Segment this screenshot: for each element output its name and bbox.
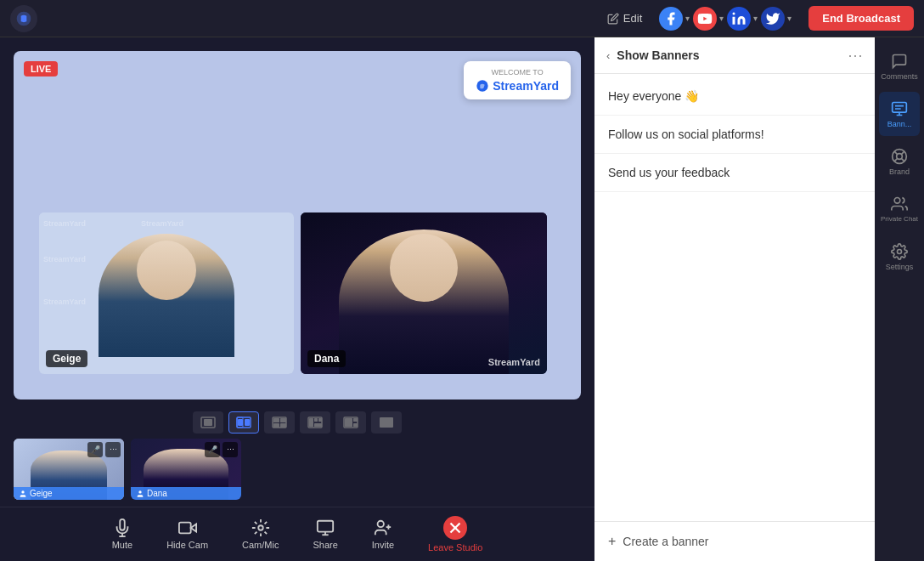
left-panel: LIVE WELCOME TO StreamYard StreamYard St… <box>0 37 594 561</box>
thumb-dana[interactable]: 🎤 ⋯ Dana <box>131 439 241 500</box>
svg-line-47 <box>894 158 898 162</box>
svg-point-27 <box>138 490 141 493</box>
sidebar-icon-banners[interactable]: Bann... <box>879 92 920 136</box>
banner-panel: ‹ Show Banners ⋯ Hey everyone 👋 Follow u… <box>594 37 875 561</box>
avatar-linkedin[interactable]: ▾ <box>725 5 758 32</box>
thumb-label-geige: Geige <box>14 487 124 500</box>
thumbnails: 🎤 ⋯ Geige 🎤 ⋯ Dana <box>0 439 594 507</box>
svg-rect-6 <box>204 419 212 426</box>
svg-rect-14 <box>273 423 279 428</box>
thumb-more-btn[interactable]: ⋯ <box>105 442 121 457</box>
right-panels: ‹ Show Banners ⋯ Hey everyone 👋 Follow u… <box>594 37 875 561</box>
svg-point-49 <box>898 249 902 253</box>
video-grid: StreamYard StreamYard StreamYard StreamY… <box>39 212 547 374</box>
thumb-geige[interactable]: 🎤 ⋯ Geige <box>14 439 124 500</box>
svg-marker-30 <box>190 524 195 531</box>
layout-single[interactable] <box>193 411 223 434</box>
thumb-mic-btn[interactable]: 🎤 <box>87 442 103 457</box>
thumb-label-dana: Dana <box>131 487 241 500</box>
banner-create-button[interactable]: + Create a banner <box>594 521 875 561</box>
svg-rect-20 <box>314 423 322 427</box>
svg-line-46 <box>901 151 904 155</box>
name-tag-geige: Geige <box>46 350 87 367</box>
svg-rect-22 <box>345 418 352 427</box>
svg-rect-17 <box>309 418 313 427</box>
welcome-banner: WELCOME TO StreamYard <box>464 61 571 99</box>
icon-sidebar: Comments Bann... Brand <box>875 37 924 561</box>
create-icon: + <box>608 534 616 549</box>
svg-rect-24 <box>353 423 358 427</box>
mute-button[interactable]: Mute <box>105 513 139 555</box>
thumb-mic-btn[interactable]: 🎤 <box>205 442 220 457</box>
sidebar-icon-comments[interactable]: Comments <box>879 44 920 88</box>
svg-rect-25 <box>380 417 393 428</box>
avatar-facebook[interactable]: ▾ <box>657 5 690 32</box>
banner-more-button[interactable]: ⋯ <box>848 48 863 63</box>
banner-back-button[interactable]: ‹ <box>606 49 610 62</box>
bottom-toolbar: Mute Hide Cam Cam/Mic <box>0 507 594 561</box>
streamyard-watermark: StreamYard <box>488 357 540 367</box>
svg-point-26 <box>21 490 24 493</box>
sidebar-icon-settings[interactable]: Settings <box>879 235 920 279</box>
avatar-chevron[interactable]: ▾ <box>753 14 758 23</box>
avatar-youtube[interactable]: ▾ <box>691 5 724 32</box>
svg-point-43 <box>897 153 903 159</box>
end-broadcast-button[interactable]: End Broadcast <box>808 6 914 31</box>
svg-line-44 <box>894 151 898 155</box>
leave-studio-button[interactable]: Leave Studio <box>421 511 489 558</box>
banner-panel-header: ‹ Show Banners ⋯ <box>594 37 875 74</box>
layout-split[interactable] <box>335 411 366 434</box>
svg-rect-31 <box>179 523 191 534</box>
hide-cam-button[interactable]: Hide Cam <box>160 513 215 555</box>
banner-item-feedback[interactable]: Send us your feedback <box>594 154 875 192</box>
layout-fullscreen[interactable] <box>371 411 402 434</box>
avatar-chevron[interactable]: ▾ <box>719 14 724 23</box>
svg-rect-2 <box>733 16 735 24</box>
name-tag-dana: Dana <box>307 350 346 367</box>
svg-point-3 <box>733 12 735 14</box>
banner-item-follow-us[interactable]: Follow us on social platforms! <box>594 116 875 154</box>
avatar-img <box>691 5 718 32</box>
layout-grid-2[interactable] <box>264 411 295 434</box>
banner-item-text: Send us your feedback <box>608 166 730 179</box>
svg-rect-13 <box>280 418 286 422</box>
sidebar-icon-label: Settings <box>886 263 914 271</box>
invite-label: Invite <box>372 540 394 550</box>
sidebar-icon-brand[interactable]: Brand <box>879 139 920 184</box>
thumb-name: Dana <box>147 489 167 498</box>
invite-button[interactable]: Invite <box>365 513 401 555</box>
banner-list: Hey everyone 👋 Follow us on social platf… <box>594 74 875 521</box>
thumb-controls-geige: 🎤 ⋯ <box>87 442 121 457</box>
mute-label: Mute <box>112 540 132 550</box>
svg-point-32 <box>258 525 263 530</box>
share-button[interactable]: Share <box>306 513 344 555</box>
app-logo <box>10 5 37 32</box>
thumb-more-btn[interactable]: ⋯ <box>223 442 238 457</box>
avatar-chevron[interactable]: ▾ <box>685 14 690 23</box>
avatar-chevron[interactable]: ▾ <box>787 14 792 23</box>
svg-rect-41 <box>893 102 907 112</box>
banner-item-hey-everyone[interactable]: Hey everyone 👋 <box>594 77 875 116</box>
svg-rect-8 <box>238 419 243 426</box>
edit-button[interactable]: Edit <box>600 8 649 28</box>
avatar-img <box>725 5 752 32</box>
streamyard-brand: StreamYard <box>476 79 559 93</box>
cam-mic-button[interactable]: Cam/Mic <box>235 513 285 555</box>
video-stage: LIVE WELCOME TO StreamYard StreamYard St… <box>14 51 581 400</box>
svg-rect-18 <box>314 418 318 422</box>
thumb-controls-dana: 🎤 ⋯ <box>205 442 238 457</box>
hide-cam-label: Hide Cam <box>166 540 208 550</box>
main-content: LIVE WELCOME TO StreamYard StreamYard St… <box>0 37 924 561</box>
sidebar-icon-private-chat[interactable]: Private Chat <box>879 187 920 231</box>
welcome-to-text: WELCOME TO <box>491 68 543 76</box>
layout-bar <box>0 406 594 439</box>
svg-rect-33 <box>318 521 333 532</box>
avatar-twitter[interactable]: ▾ <box>759 5 792 32</box>
banner-item-text: Follow us on social platforms! <box>608 128 764 141</box>
avatar-img <box>759 5 786 32</box>
layout-three[interactable] <box>300 411 330 434</box>
layout-two-side[interactable] <box>228 411 259 434</box>
svg-rect-9 <box>245 419 250 426</box>
svg-rect-15 <box>280 423 286 428</box>
leave-label: Leave Studio <box>428 542 482 552</box>
